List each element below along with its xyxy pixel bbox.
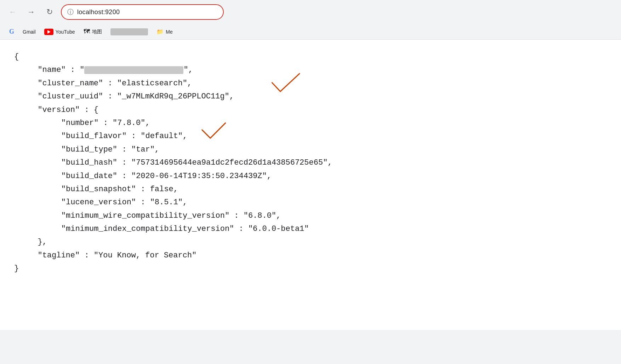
bookmark-maps[interactable]: 🗺 地图 (80, 26, 106, 38)
json-line-cluster-name: "cluster_name" : "elasticsearch", (14, 77, 607, 90)
json-line-build-flavor: "build_flavor" : "default", (14, 130, 607, 143)
json-line-tagline: "tagline" : "You Know, for Search" (14, 249, 607, 262)
address-bar[interactable]: ⓘ localhost:9200 (61, 4, 224, 20)
bookmark-google[interactable]: G (6, 26, 18, 38)
json-line-number: "number" : "7.8.0", (14, 116, 607, 130)
json-line-version-close: }, (14, 235, 607, 249)
reload-button[interactable]: ↻ (42, 5, 57, 19)
back-button[interactable]: ← (6, 5, 20, 19)
json-line-cluster-uuid: "cluster_uuid" : "_w7MLmKdR9q_26PPLOC11g… (14, 90, 607, 103)
json-line-build-type: "build_type" : "tar", (14, 143, 607, 156)
bookmark-blurred[interactable] (107, 26, 152, 38)
json-content: { "name" : " ", "cluster_name" : "elasti… (14, 50, 607, 275)
json-line-version-open: "version" : { (14, 103, 607, 116)
maps-label: 地图 (92, 29, 102, 35)
youtube-label: YouTube (56, 29, 75, 35)
json-line-min-wire: "minimum_wire_compatibility_version" : "… (14, 209, 607, 222)
youtube-play-icon (47, 30, 51, 34)
json-line-build-hash: "build_hash" : "757314695644ea9a1dc2fecd… (14, 156, 607, 169)
bookmark-me[interactable]: 📁 Me (153, 26, 176, 38)
me-label: Me (166, 29, 172, 35)
gmail-label: Gmail (23, 29, 36, 35)
json-line-build-date: "build_date" : "2020-06-14T19:35:50.2344… (14, 170, 607, 183)
folder-icon: 📁 (156, 28, 164, 35)
content-area: { "name" : " ", "cluster_name" : "elasti… (0, 40, 621, 330)
info-icon: ⓘ (67, 8, 74, 16)
json-line-name: "name" : " ", (14, 63, 607, 76)
json-line-build-snapshot: "build_snapshot" : false, (14, 183, 607, 196)
nav-bar: ← → ↻ ⓘ localhost:9200 (0, 0, 621, 24)
json-line-lucene-version: "lucene_version" : "8.5.1", (14, 196, 607, 209)
json-line-open: { (14, 50, 607, 63)
forward-button[interactable]: → (24, 5, 38, 19)
address-text: localhost:9200 (77, 8, 120, 16)
bookmarks-bar: G Gmail YouTube 🗺 地图 📁 Me (0, 24, 621, 40)
bookmark-youtube[interactable]: YouTube (41, 26, 79, 38)
youtube-icon (44, 29, 53, 35)
browser-chrome: ← → ↻ ⓘ localhost:9200 G Gmail YouTube 🗺… (0, 0, 621, 40)
json-line-min-index: "minimum_index_compatibility_version" : … (14, 222, 607, 235)
blurred-bookmark-label (110, 28, 148, 35)
google-icon: G (9, 28, 14, 35)
bookmark-gmail[interactable]: Gmail (19, 26, 39, 38)
maps-icon: 🗺 (84, 28, 90, 35)
json-line-close: } (14, 262, 607, 275)
